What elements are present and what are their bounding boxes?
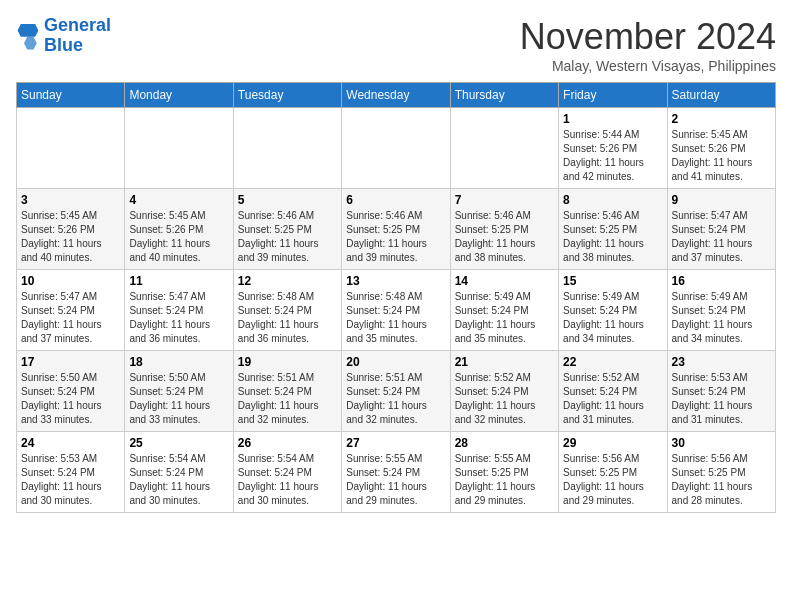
day-number: 8 [563,193,662,207]
day-info: Sunrise: 5:47 AM Sunset: 5:24 PM Dayligh… [21,290,120,346]
day-info: Sunrise: 5:53 AM Sunset: 5:24 PM Dayligh… [672,371,771,427]
calendar-day-cell [17,108,125,189]
calendar-day-cell: 19Sunrise: 5:51 AM Sunset: 5:24 PM Dayli… [233,351,341,432]
day-number: 23 [672,355,771,369]
day-number: 9 [672,193,771,207]
calendar-header: SundayMondayTuesdayWednesdayThursdayFrid… [17,83,776,108]
day-info: Sunrise: 5:51 AM Sunset: 5:24 PM Dayligh… [238,371,337,427]
day-info: Sunrise: 5:51 AM Sunset: 5:24 PM Dayligh… [346,371,445,427]
day-number: 19 [238,355,337,369]
day-number: 11 [129,274,228,288]
day-info: Sunrise: 5:48 AM Sunset: 5:24 PM Dayligh… [238,290,337,346]
calendar-table: SundayMondayTuesdayWednesdayThursdayFrid… [16,82,776,513]
day-number: 10 [21,274,120,288]
calendar-day-cell: 6Sunrise: 5:46 AM Sunset: 5:25 PM Daylig… [342,189,450,270]
day-info: Sunrise: 5:50 AM Sunset: 5:24 PM Dayligh… [129,371,228,427]
day-number: 12 [238,274,337,288]
calendar-body: 1Sunrise: 5:44 AM Sunset: 5:26 PM Daylig… [17,108,776,513]
day-number: 24 [21,436,120,450]
day-info: Sunrise: 5:52 AM Sunset: 5:24 PM Dayligh… [563,371,662,427]
month-title: November 2024 [520,16,776,58]
day-info: Sunrise: 5:47 AM Sunset: 5:24 PM Dayligh… [672,209,771,265]
day-info: Sunrise: 5:56 AM Sunset: 5:25 PM Dayligh… [563,452,662,508]
calendar-day-cell: 23Sunrise: 5:53 AM Sunset: 5:24 PM Dayli… [667,351,775,432]
day-number: 17 [21,355,120,369]
day-number: 16 [672,274,771,288]
calendar-day-cell: 3Sunrise: 5:45 AM Sunset: 5:26 PM Daylig… [17,189,125,270]
calendar-day-cell: 30Sunrise: 5:56 AM Sunset: 5:25 PM Dayli… [667,432,775,513]
day-info: Sunrise: 5:55 AM Sunset: 5:24 PM Dayligh… [346,452,445,508]
day-info: Sunrise: 5:50 AM Sunset: 5:24 PM Dayligh… [21,371,120,427]
day-info: Sunrise: 5:46 AM Sunset: 5:25 PM Dayligh… [238,209,337,265]
logo-line1: General [44,15,111,35]
day-of-week-header: Friday [559,83,667,108]
calendar-week-row: 24Sunrise: 5:53 AM Sunset: 5:24 PM Dayli… [17,432,776,513]
day-number: 5 [238,193,337,207]
day-number: 14 [455,274,554,288]
calendar-day-cell [342,108,450,189]
day-number: 20 [346,355,445,369]
day-number: 15 [563,274,662,288]
svg-marker-1 [24,37,37,50]
day-number: 27 [346,436,445,450]
calendar-day-cell: 11Sunrise: 5:47 AM Sunset: 5:24 PM Dayli… [125,270,233,351]
day-info: Sunrise: 5:47 AM Sunset: 5:24 PM Dayligh… [129,290,228,346]
day-of-week-header: Wednesday [342,83,450,108]
day-of-week-header: Tuesday [233,83,341,108]
calendar-day-cell: 28Sunrise: 5:55 AM Sunset: 5:25 PM Dayli… [450,432,558,513]
calendar-day-cell [450,108,558,189]
calendar-day-cell: 12Sunrise: 5:48 AM Sunset: 5:24 PM Dayli… [233,270,341,351]
day-of-week-header: Sunday [17,83,125,108]
calendar-day-cell: 24Sunrise: 5:53 AM Sunset: 5:24 PM Dayli… [17,432,125,513]
day-number: 7 [455,193,554,207]
day-info: Sunrise: 5:52 AM Sunset: 5:24 PM Dayligh… [455,371,554,427]
calendar-day-cell: 8Sunrise: 5:46 AM Sunset: 5:25 PM Daylig… [559,189,667,270]
header-row: SundayMondayTuesdayWednesdayThursdayFrid… [17,83,776,108]
location-title: Malay, Western Visayas, Philippines [520,58,776,74]
calendar-day-cell: 15Sunrise: 5:49 AM Sunset: 5:24 PM Dayli… [559,270,667,351]
logo-text: General Blue [44,16,111,56]
day-info: Sunrise: 5:54 AM Sunset: 5:24 PM Dayligh… [129,452,228,508]
calendar-day-cell: 16Sunrise: 5:49 AM Sunset: 5:24 PM Dayli… [667,270,775,351]
page-header: General Blue November 2024 Malay, Wester… [16,16,776,74]
calendar-day-cell: 29Sunrise: 5:56 AM Sunset: 5:25 PM Dayli… [559,432,667,513]
day-number: 1 [563,112,662,126]
calendar-day-cell: 5Sunrise: 5:46 AM Sunset: 5:25 PM Daylig… [233,189,341,270]
day-number: 6 [346,193,445,207]
day-of-week-header: Monday [125,83,233,108]
day-of-week-header: Saturday [667,83,775,108]
day-number: 25 [129,436,228,450]
calendar-day-cell: 1Sunrise: 5:44 AM Sunset: 5:26 PM Daylig… [559,108,667,189]
calendar-day-cell: 26Sunrise: 5:54 AM Sunset: 5:24 PM Dayli… [233,432,341,513]
day-info: Sunrise: 5:48 AM Sunset: 5:24 PM Dayligh… [346,290,445,346]
calendar-day-cell: 20Sunrise: 5:51 AM Sunset: 5:24 PM Dayli… [342,351,450,432]
calendar-day-cell: 25Sunrise: 5:54 AM Sunset: 5:24 PM Dayli… [125,432,233,513]
title-block: November 2024 Malay, Western Visayas, Ph… [520,16,776,74]
calendar-day-cell: 7Sunrise: 5:46 AM Sunset: 5:25 PM Daylig… [450,189,558,270]
day-of-week-header: Thursday [450,83,558,108]
calendar-day-cell: 4Sunrise: 5:45 AM Sunset: 5:26 PM Daylig… [125,189,233,270]
day-info: Sunrise: 5:46 AM Sunset: 5:25 PM Dayligh… [455,209,554,265]
day-info: Sunrise: 5:53 AM Sunset: 5:24 PM Dayligh… [21,452,120,508]
calendar-week-row: 1Sunrise: 5:44 AM Sunset: 5:26 PM Daylig… [17,108,776,189]
calendar-day-cell: 18Sunrise: 5:50 AM Sunset: 5:24 PM Dayli… [125,351,233,432]
logo-line2: Blue [44,35,83,55]
calendar-week-row: 17Sunrise: 5:50 AM Sunset: 5:24 PM Dayli… [17,351,776,432]
calendar-day-cell: 10Sunrise: 5:47 AM Sunset: 5:24 PM Dayli… [17,270,125,351]
day-number: 22 [563,355,662,369]
day-info: Sunrise: 5:45 AM Sunset: 5:26 PM Dayligh… [21,209,120,265]
calendar-day-cell: 9Sunrise: 5:47 AM Sunset: 5:24 PM Daylig… [667,189,775,270]
day-number: 21 [455,355,554,369]
logo: General Blue [16,16,111,56]
calendar-day-cell: 27Sunrise: 5:55 AM Sunset: 5:24 PM Dayli… [342,432,450,513]
day-info: Sunrise: 5:46 AM Sunset: 5:25 PM Dayligh… [346,209,445,265]
day-number: 29 [563,436,662,450]
svg-marker-0 [18,24,39,37]
calendar-day-cell: 2Sunrise: 5:45 AM Sunset: 5:26 PM Daylig… [667,108,775,189]
day-number: 18 [129,355,228,369]
calendar-week-row: 3Sunrise: 5:45 AM Sunset: 5:26 PM Daylig… [17,189,776,270]
calendar-day-cell: 13Sunrise: 5:48 AM Sunset: 5:24 PM Dayli… [342,270,450,351]
day-number: 30 [672,436,771,450]
day-info: Sunrise: 5:49 AM Sunset: 5:24 PM Dayligh… [672,290,771,346]
calendar-day-cell: 14Sunrise: 5:49 AM Sunset: 5:24 PM Dayli… [450,270,558,351]
